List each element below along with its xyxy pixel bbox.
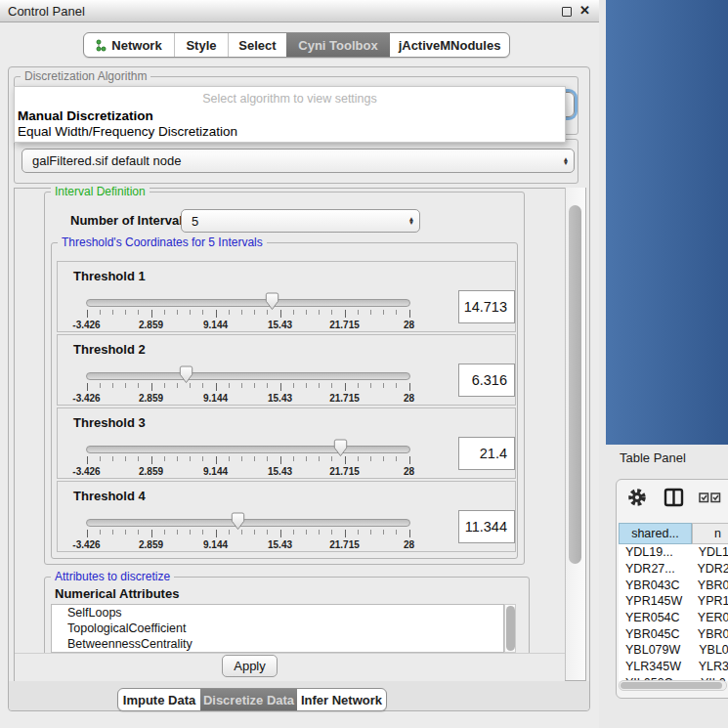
cell-name[interactable]: YER0	[689, 611, 728, 624]
slider-tick	[293, 530, 294, 535]
slider-tick	[177, 530, 178, 535]
attribute-list-item[interactable]: BetweennessCentrality	[52, 636, 503, 652]
column-header-name[interactable]: n	[692, 523, 728, 544]
slider-tick	[151, 383, 152, 391]
table-row[interactable]: YPR145WYPR1	[619, 593, 728, 610]
cell-shared-name[interactable]: YBR043C	[619, 578, 689, 592]
slider-tick	[396, 383, 397, 388]
slider-tick-label: 9.144	[193, 393, 238, 404]
attributes-list-scrollbar-thumb[interactable]	[506, 606, 515, 651]
slider-tick	[345, 383, 346, 391]
control-panel-titlebar[interactable]: Control Panel ✕	[0, 0, 599, 22]
threshold-value-field[interactable]: 14.713	[458, 290, 515, 323]
bottom-tab-infer-network[interactable]: Infer Network	[297, 689, 386, 710]
control-panel-window: Control Panel ✕ NetworkStyleSelectCyni T…	[0, 0, 599, 728]
table-row[interactable]: YBL079WYBL0	[619, 642, 728, 659]
slider-tick	[100, 530, 101, 535]
slider-tick	[125, 530, 126, 535]
table-row[interactable]: YDL19...YDL1	[619, 544, 728, 561]
number-of-intervals-combobox[interactable]: 5 ▲▼	[181, 209, 420, 233]
threshold-slider-track[interactable]	[86, 519, 410, 527]
select-columns-icon[interactable]	[700, 493, 720, 502]
threshold-slider-thumb[interactable]	[265, 292, 279, 311]
apply-button[interactable]: Apply	[222, 655, 278, 677]
slider-tick-label: 15.43	[258, 320, 303, 330]
threshold-slider-track[interactable]	[86, 299, 410, 307]
cell-shared-name[interactable]: YLR345W	[619, 660, 690, 673]
slider-tick	[151, 530, 152, 537]
bottom-tab-impute-data[interactable]: Impute Data	[118, 689, 200, 710]
threshold-slider-thumb[interactable]	[231, 512, 245, 531]
cell-shared-name[interactable]: YBL079W	[619, 643, 690, 657]
table-horizontal-scrollbar-thumb[interactable]	[621, 682, 722, 689]
tab-select[interactable]: Select	[228, 33, 286, 57]
threshold-value-field[interactable]: 6.316	[458, 364, 515, 397]
tab-label: Select	[238, 38, 276, 53]
dropdown-option[interactable]: Equal Width/Frequency Discretization	[18, 124, 237, 139]
slider-tick	[229, 456, 230, 461]
table-row[interactable]: YDR27...YDR2	[619, 561, 728, 578]
tab-label: Discretize Data	[203, 693, 294, 707]
table-row[interactable]: YBR045CYBR0	[619, 625, 728, 642]
slider-tick	[254, 310, 255, 315]
slider-tick-label: 28	[387, 466, 432, 477]
slider-tick	[138, 383, 139, 388]
cell-shared-name[interactable]: YER054C	[619, 611, 689, 624]
interval-definition-title: Interval Definition	[51, 185, 150, 198]
cell-name[interactable]: YLR3	[690, 660, 728, 673]
combo-spinner-icon[interactable]: ▲▼	[404, 217, 419, 225]
slider-tick	[306, 456, 307, 461]
slider-tick	[383, 530, 384, 535]
cell-name[interactable]: YPR1	[689, 594, 728, 608]
slider-tick	[216, 383, 217, 391]
tab-jactivemnodules[interactable]: jActiveMNodules	[390, 33, 509, 57]
slider-tick-label: 28	[387, 539, 432, 550]
split-panel-icon[interactable]	[665, 490, 682, 505]
cell-shared-name[interactable]: YDL19...	[619, 545, 690, 559]
slider-tick	[87, 530, 88, 537]
cell-name[interactable]: YBR0	[689, 578, 728, 592]
dropdown-hint: Select algorithm to view settings	[15, 92, 565, 106]
tab-label: Style	[186, 38, 216, 53]
tab-cyni-toolbox[interactable]: Cyni Toolbox	[286, 33, 390, 57]
vertical-scrollbar-thumb[interactable]	[569, 205, 581, 564]
cell-shared-name[interactable]: YDR27...	[619, 562, 688, 576]
slider-tick	[383, 456, 384, 461]
attribute-list-item[interactable]: TopologicalCoefficient	[52, 621, 503, 636]
slider-tick	[216, 530, 217, 537]
threshold-slider-track[interactable]	[86, 446, 410, 453]
tab-label: Impute Data	[123, 693, 195, 707]
slider-tick	[319, 310, 320, 315]
table-row[interactable]: YLR345WYLR3	[619, 659, 728, 675]
cell-name[interactable]: YDL1	[690, 545, 728, 559]
table-row[interactable]: YBR043CYBR0	[619, 577, 728, 593]
threshold-label: Threshold 4	[73, 489, 146, 503]
close-icon[interactable]: ✕	[579, 3, 590, 18]
cell-shared-name[interactable]: YPR145W	[619, 594, 689, 608]
bottom-tab-discretize-data[interactable]: Discretize Data	[200, 689, 297, 710]
tab-network[interactable]: Network	[84, 33, 174, 57]
slider-tick	[280, 456, 281, 464]
dropdown-option[interactable]: Manual Discretization	[18, 108, 153, 123]
gear-icon[interactable]	[631, 492, 644, 504]
table-data-combobox[interactable]: galFiltered.sif default node ▲▼	[21, 149, 575, 173]
cell-shared-name[interactable]: YBR045C	[619, 627, 689, 641]
tab-style[interactable]: Style	[174, 33, 228, 57]
cell-name[interactable]: YBL0	[690, 643, 728, 657]
cell-name[interactable]: YDR2	[688, 562, 728, 576]
numerical-attributes-list[interactable]: SelfLoopsTopologicalCoefficientBetweenne…	[51, 604, 504, 653]
threshold-slider-thumb[interactable]	[179, 365, 193, 384]
slider-tick	[345, 310, 346, 318]
cell-name[interactable]: YBR0	[689, 627, 728, 641]
combo-spinner-icon[interactable]: ▲▼	[558, 157, 574, 165]
threshold-slider-thumb[interactable]	[333, 439, 348, 457]
attribute-list-item[interactable]: SelfLoops	[52, 605, 503, 621]
float-window-icon[interactable]	[562, 7, 572, 17]
threshold-value-field[interactable]: 21.4	[458, 437, 515, 470]
slider-tick-label: -3.426	[64, 539, 109, 550]
discretization-algorithm-title: Discretization Algorithm	[21, 69, 150, 83]
threshold-value-field[interactable]: 11.344	[458, 510, 515, 543]
table-row[interactable]: YER054CYER0	[619, 610, 728, 626]
threshold-slider-track[interactable]	[86, 372, 410, 380]
column-header-shared-name[interactable]: shared...	[619, 523, 692, 544]
